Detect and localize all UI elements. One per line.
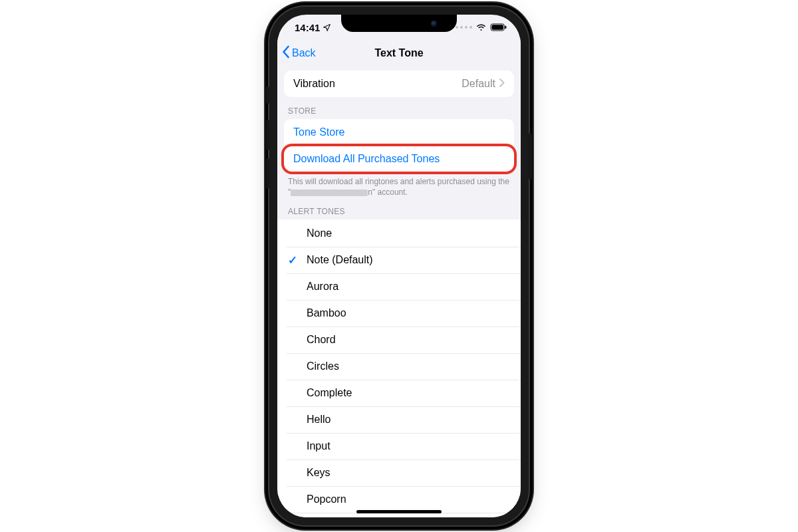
tone-row[interactable]: ✓Note (Default) [277,247,521,273]
tone-row[interactable]: Keys [277,460,521,486]
signal-dots-icon [456,26,472,29]
tone-store-row[interactable]: Tone Store [284,119,514,146]
tone-none-label: None [307,227,332,239]
tone-row[interactable]: Pulse [277,513,521,517]
store-footer: This will download all ringtones and ale… [277,172,521,198]
wifi-icon [475,23,487,31]
vibration-value: Default [462,78,495,90]
back-button[interactable]: Back [281,40,316,66]
tone-label: Complete [307,387,352,399]
vibration-row[interactable]: Vibration Default [284,70,514,97]
tone-label: Hello [307,414,331,426]
page-title: Text Tone [374,47,423,59]
tone-none-row[interactable]: None [277,220,521,247]
back-label: Back [292,47,316,59]
download-all-row[interactable]: Download All Purchased Tones [284,146,514,172]
battery-icon [490,23,507,31]
alert-tones-list: None ✓Note (Default)AuroraBambooChordCir… [277,219,521,517]
svg-rect-1 [491,25,503,29]
alert-tones-header: ALERT TONES [277,198,521,219]
tone-label: Note (Default) [307,254,373,266]
svg-rect-2 [505,26,506,29]
chevron-right-icon [499,78,505,90]
vibration-card: Vibration Default [284,70,514,97]
download-all-label: Download All Purchased Tones [293,153,440,165]
chevron-left-icon [281,45,290,61]
tone-row[interactable]: Hello [277,406,521,433]
location-icon [323,23,331,32]
tone-store-label: Tone Store [293,126,344,138]
tone-row[interactable]: Input [277,433,521,460]
tone-row[interactable]: Aurora [277,273,521,300]
tone-label: Aurora [307,281,338,293]
tone-row[interactable]: Circles [277,353,521,380]
screen: 14:41 [277,15,521,517]
phone-frame: 14:41 [269,7,529,525]
content-scroll[interactable]: Vibration Default STORE Tone Store Downl… [277,66,521,517]
redacted-account [291,190,368,196]
tone-row[interactable]: Complete [277,380,521,406]
home-indicator [356,510,442,513]
status-time: 14:41 [295,22,320,33]
tone-label: Circles [307,360,339,372]
tone-label: Popcorn [307,493,346,505]
tone-row[interactable]: Bamboo [277,300,521,327]
vibration-label: Vibration [293,78,335,90]
store-section-header: STORE [277,97,521,119]
tone-row[interactable]: Popcorn [277,486,521,513]
tone-label: Keys [307,467,331,479]
checkmark-icon: ✓ [288,253,297,267]
store-footer-suffix: n" account. [368,188,408,197]
notch [341,15,457,32]
tone-row[interactable]: Chord [277,327,521,353]
store-card: Tone Store Download All Purchased Tones [284,119,514,172]
tone-label: Chord [307,334,336,346]
tone-label: Input [307,440,331,452]
tone-label: Bamboo [307,307,346,319]
nav-bar: Back Text Tone [277,40,521,66]
